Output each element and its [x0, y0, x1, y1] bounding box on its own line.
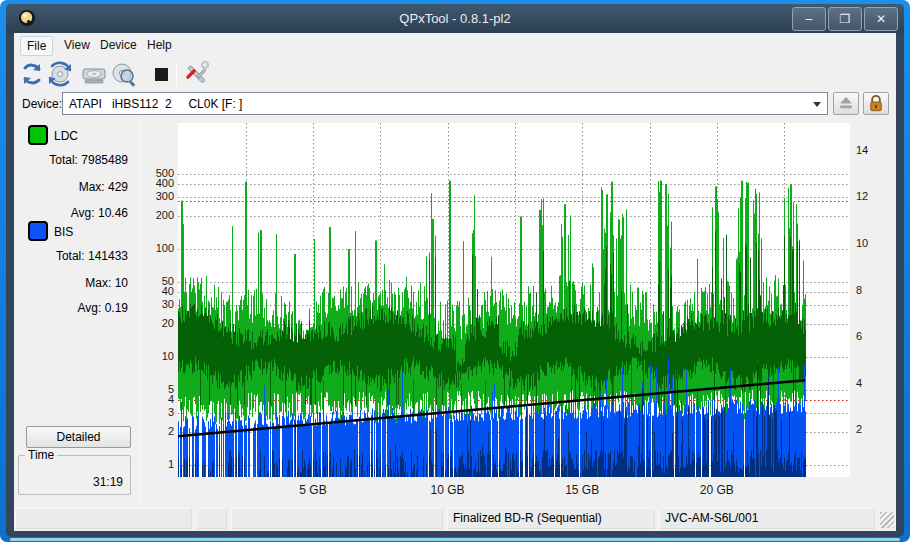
y-axis-tick-200: 200: [134, 209, 174, 221]
status-media-id: JVC-AM-S6L/001: [659, 508, 875, 529]
device-label: Device:: [22, 97, 62, 111]
refresh-icon[interactable]: [18, 60, 46, 88]
y-axis-tick-3: 3: [134, 406, 174, 418]
eject-button[interactable]: [833, 92, 859, 115]
menu-file[interactable]: File: [20, 36, 53, 56]
x-axis-tick-20: 20 GB: [689, 483, 745, 497]
right-axis-tick-10: 10: [856, 237, 886, 249]
eject-icon: [834, 93, 858, 114]
y-axis-tick-400: 400: [134, 177, 174, 189]
device-combobox[interactable]: ATAPI iHBS112 2 CL0K [F: ]: [62, 92, 828, 115]
time-label: Time: [25, 448, 57, 462]
status-bar: Finalized BD-R (Sequential) JVC-AM-S6L/0…: [14, 506, 896, 531]
drive-icon[interactable]: [80, 60, 108, 88]
window-content: File View Device Help: [14, 33, 896, 531]
right-axis-tick-4: 4: [856, 377, 886, 389]
y-axis-tick-40: 40: [134, 285, 174, 297]
y-axis-tick-20: 20: [134, 317, 174, 329]
y-axis-tick-1: 1: [134, 458, 174, 470]
bis-avg: Avg: 0.19: [24, 301, 128, 315]
status-section-3: [231, 508, 443, 529]
window-bottom-edge: [10, 538, 900, 541]
menu-help[interactable]: Help: [141, 36, 178, 54]
right-axis-tick-12: 12: [856, 190, 886, 202]
menu-view[interactable]: View: [58, 36, 96, 54]
refresh-media-icon[interactable]: [46, 60, 74, 88]
ldc-max: Max: 429: [24, 180, 128, 194]
scan-results-panel: LDC Total: 7985489 Max: 429 Avg: 10.46 B…: [14, 117, 896, 506]
status-section-1: [15, 508, 192, 529]
right-axis-tick-14: 14: [856, 144, 886, 156]
minimize-button[interactable]: –: [792, 7, 826, 31]
device-row: Device: ATAPI iHBS112 2 CL0K [F: ]: [14, 91, 896, 117]
ldc-avg: Avg: 10.46: [24, 206, 128, 220]
window-title: QPxTool - 0.8.1-pl2: [6, 11, 904, 26]
detailed-button[interactable]: Detailed: [26, 426, 131, 448]
lock-icon: [864, 93, 888, 114]
bis-max: Max: 10: [24, 276, 128, 290]
status-media-type: Finalized BD-R (Sequential): [447, 508, 655, 529]
y-axis-tick-2: 2: [134, 425, 174, 437]
lock-button[interactable]: [863, 92, 889, 115]
time-groupbox: Time 31:19: [18, 455, 131, 495]
quality-scan-chart[interactable]: [178, 123, 850, 477]
ldc-label: LDC: [54, 129, 78, 143]
y-axis-tick-300: 300: [134, 190, 174, 202]
right-axis-tick-6: 6: [856, 330, 886, 342]
resize-grip[interactable]: [880, 512, 894, 528]
status-section-2: [196, 508, 227, 529]
y-axis-tick-100: 100: [134, 242, 174, 254]
right-axis-tick-8: 8: [856, 284, 886, 296]
y-axis-tick-30: 30: [134, 298, 174, 310]
bis-label: BIS: [54, 225, 73, 239]
y-axis-tick-10: 10: [134, 350, 174, 362]
close-button[interactable]: ✕: [864, 7, 898, 31]
right-axis-tick-2: 2: [856, 423, 886, 435]
device-combobox-value: ATAPI iHBS112 2 CL0K [F: ]: [69, 97, 242, 111]
x-axis-tick-15: 15 GB: [554, 483, 610, 497]
ldc-color-swatch: [28, 125, 48, 145]
bis-total: Total: 141433: [24, 249, 128, 263]
toolbar-separator: [176, 62, 177, 86]
x-axis-tick-10: 10 GB: [420, 483, 476, 497]
maximize-button[interactable]: ❐: [828, 7, 862, 31]
stop-icon[interactable]: [147, 60, 175, 88]
time-value: 31:19: [93, 475, 123, 489]
toolbar: [14, 57, 896, 91]
title-bar[interactable]: QPxTool - 0.8.1-pl2 – ❐ ✕: [6, 4, 904, 33]
bis-color-swatch: [28, 221, 48, 241]
ldc-total: Total: 7985489: [24, 153, 128, 167]
qpxtool-window: QPxTool - 0.8.1-pl2 – ❐ ✕ File View Devi…: [0, 0, 910, 542]
x-axis-tick-5: 5 GB: [285, 483, 341, 497]
y-axis-tick-4: 4: [134, 393, 174, 405]
menu-device[interactable]: Device: [94, 36, 143, 54]
scan-disc-icon[interactable]: [110, 60, 138, 88]
settings-icon[interactable]: [182, 60, 210, 88]
menu-bar: File View Device Help: [14, 33, 896, 57]
chevron-down-icon[interactable]: [813, 102, 821, 107]
